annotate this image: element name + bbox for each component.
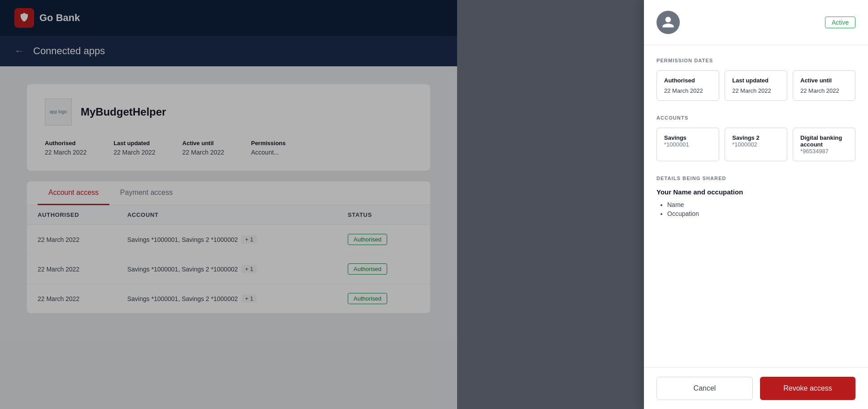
panel-footer: Cancel Revoke access [644,367,868,409]
active-badge: Active [825,17,855,28]
date-cards: Authorised 22 March 2022 Last updated 22… [656,70,855,101]
details-list: Name Occupation [656,201,855,217]
panel-body: PERMISSION DATES Authorised 22 March 202… [644,45,868,367]
detail-item-occupation: Occupation [667,210,855,217]
details-title: Your Name and occupation [656,188,855,196]
revoke-access-button[interactable]: Revoke access [760,377,855,400]
date-card-authorised: Authorised 22 March 2022 [656,70,719,101]
account-card-savings: Savings *1000001 [656,128,719,161]
account-card-savings2: Savings 2 *1000002 [725,128,787,161]
account-card-digital: Digital banking account *96534987 [793,128,855,161]
accounts-label: ACCOUNTS [656,115,855,121]
cancel-button[interactable]: Cancel [656,377,753,400]
details-section: Your Name and occupation Name Occupation [656,188,855,217]
avatar [656,11,680,34]
date-card-last-updated: Last updated 22 March 2022 [725,70,787,101]
permission-dates-label: PERMISSION DATES [656,58,855,63]
detail-item-name: Name [667,201,855,208]
account-cards: Savings *1000001 Savings 2 *1000002 Digi… [656,128,855,161]
details-label: DETAILS BEING SHARED [656,176,855,181]
user-icon [661,16,675,29]
panel-header: Active [644,0,868,45]
side-panel: Active PERMISSION DATES Authorised 22 Ma… [644,0,868,409]
date-card-active-until: Active until 22 March 2022 [793,70,855,101]
